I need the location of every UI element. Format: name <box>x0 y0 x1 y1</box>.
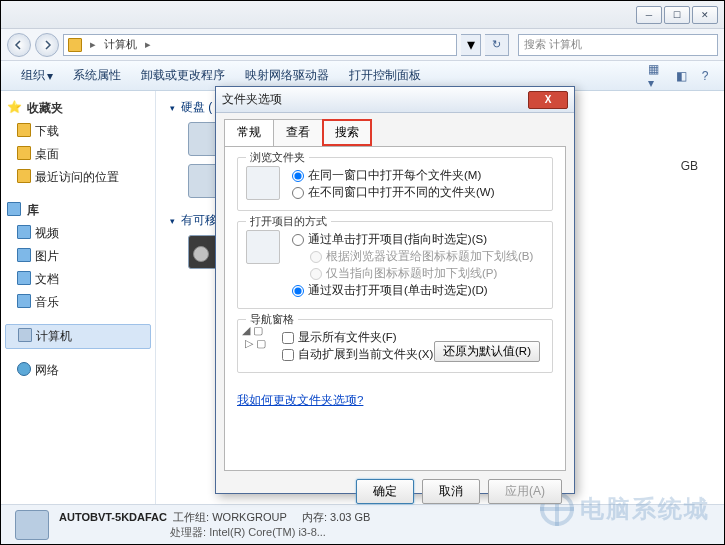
preview-pane-button[interactable]: ◧ <box>672 67 690 85</box>
dialog-body: 浏览文件夹 在同一窗口中打开每个文件夹(M) 在不同窗口中打开不同的文件夹(W)… <box>224 146 566 471</box>
radio-own-window[interactable]: 在不同窗口中打开不同的文件夹(W) <box>292 185 544 200</box>
radio-double-click[interactable]: 通过双击打开项目(单击时选定)(D) <box>292 283 544 298</box>
sidebar-item-computer[interactable]: 计算机 <box>5 324 151 349</box>
group-title: 打开项目的方式 <box>246 214 331 229</box>
radio-underline-hover: 仅当指向图标标题时加下划线(P) <box>292 266 544 281</box>
dialog-title: 文件夹选项 <box>222 91 528 108</box>
tab-view[interactable]: 查看 <box>273 119 323 146</box>
tab-search[interactable]: 搜索 <box>322 119 372 146</box>
dialog-button-row: 确定 取消 应用(A) <box>216 479 574 514</box>
sidebar-item-desktop[interactable]: 桌面 <box>5 143 151 166</box>
refresh-button[interactable]: ↻ <box>485 34 509 56</box>
breadcrumb[interactable]: 计算机 <box>104 37 137 52</box>
restore-defaults-button[interactable]: 还原为默认值(R) <box>434 341 540 362</box>
radio-same-window[interactable]: 在同一窗口中打开每个文件夹(M) <box>292 168 544 183</box>
browse-folders-group: 浏览文件夹 在同一窗口中打开每个文件夹(M) 在不同窗口中打开不同的文件夹(W) <box>237 157 553 211</box>
star-icon: ⭐ <box>7 100 21 114</box>
system-properties-button[interactable]: 系统属性 <box>63 67 131 84</box>
computer-icon <box>15 510 49 540</box>
help-button[interactable]: ? <box>696 67 714 85</box>
collapse-icon: ▾ <box>170 103 175 113</box>
sidebar-item-network[interactable]: 网络 <box>5 359 151 382</box>
nav-pane-group: 导航窗格 ◢ ▢ ▷ ▢ 显示所有文件夹(F) 自动扩展到当前文件夹(X) 还原… <box>237 319 553 373</box>
search-placeholder: 搜索 计算机 <box>524 37 582 52</box>
network-icon <box>17 362 31 376</box>
radio-single-click[interactable]: 通过单击打开项目(指向时选定)(S) <box>292 232 544 247</box>
dialog-close-button[interactable]: X <box>528 91 568 109</box>
cpu-value: Intel(R) Core(TM) i3-8... <box>209 526 326 538</box>
uninstall-programs-button[interactable]: 卸载或更改程序 <box>131 67 235 84</box>
workgroup-label: 工作组: <box>173 511 209 523</box>
click-behavior-group: 打开项目的方式 通过单击打开项目(指向时选定)(S) 根据浏览器设置给图标标题加… <box>237 221 553 309</box>
desktop-icon <box>17 146 31 160</box>
maximize-button[interactable]: ☐ <box>664 6 690 24</box>
browse-folders-icon <box>246 166 280 200</box>
library-icon <box>7 202 21 216</box>
ok-button[interactable]: 确定 <box>356 479 414 504</box>
computer-icon <box>18 328 32 342</box>
navigation-bar: ▸ 计算机 ▸ ▾ ↻ 搜索 计算机 <box>1 29 724 61</box>
open-control-panel-button[interactable]: 打开控制面板 <box>339 67 431 84</box>
libraries-header[interactable]: 库 <box>5 199 151 222</box>
favorites-header[interactable]: ⭐收藏夹 <box>5 97 151 120</box>
video-icon <box>17 225 31 239</box>
dialog-titlebar[interactable]: 文件夹选项 X <box>216 87 574 113</box>
dialog-tabs: 常规 查看 搜索 <box>224 119 566 146</box>
folder-options-dialog: 文件夹选项 X 常规 查看 搜索 浏览文件夹 在同一窗口中打开每个文件夹(M) … <box>215 86 575 494</box>
sidebar-item-recent[interactable]: 最近访问的位置 <box>5 166 151 189</box>
sidebar-item-documents[interactable]: 文档 <box>5 268 151 291</box>
group-title: 浏览文件夹 <box>246 150 309 165</box>
cpu-label: 处理器: <box>170 526 206 538</box>
chevron-right-icon: ▸ <box>145 38 151 51</box>
radio-underline-browser: 根据浏览器设置给图标标题加下划线(B) <box>292 249 544 264</box>
map-network-drive-button[interactable]: 映射网络驱动器 <box>235 67 339 84</box>
sidebar-item-music[interactable]: 音乐 <box>5 291 151 314</box>
search-input[interactable]: 搜索 计算机 <box>518 34 718 56</box>
pc-name: AUTOBVT-5KDAFAC <box>59 511 167 523</box>
sidebar-item-pictures[interactable]: 图片 <box>5 245 151 268</box>
cancel-button[interactable]: 取消 <box>422 479 480 504</box>
tab-general[interactable]: 常规 <box>224 119 274 146</box>
navigation-sidebar: ⭐收藏夹 下载 桌面 最近访问的位置 库 视频 图片 文档 音乐 计算机 网络 <box>1 91 156 506</box>
computer-icon <box>68 38 82 52</box>
chevron-right-icon: ▸ <box>90 38 96 51</box>
folder-icon <box>17 123 31 137</box>
picture-icon <box>17 248 31 262</box>
help-link[interactable]: 我如何更改文件夹选项? <box>237 393 363 408</box>
click-icon <box>246 230 280 264</box>
sidebar-item-downloads[interactable]: 下载 <box>5 120 151 143</box>
music-icon <box>17 294 31 308</box>
view-options-button[interactable]: ▦ ▾ <box>648 67 666 85</box>
address-bar[interactable]: ▸ 计算机 ▸ <box>63 34 457 56</box>
sidebar-item-videos[interactable]: 视频 <box>5 222 151 245</box>
back-button[interactable] <box>7 33 31 57</box>
window-titlebar: ─ ☐ ✕ <box>1 1 724 29</box>
recent-icon <box>17 169 31 183</box>
chevron-down-icon: ▾ <box>47 69 53 83</box>
close-button[interactable]: ✕ <box>692 6 718 24</box>
collapse-icon: ▾ <box>170 216 175 226</box>
minimize-button[interactable]: ─ <box>636 6 662 24</box>
organize-menu[interactable]: 组织 ▾ <box>11 67 63 84</box>
apply-button[interactable]: 应用(A) <box>488 479 562 504</box>
forward-button[interactable] <box>35 33 59 57</box>
tree-icon: ◢ ▢ ▷ ▢ <box>242 324 266 350</box>
storage-unit-label: GB <box>681 159 698 173</box>
document-icon <box>17 271 31 285</box>
address-dropdown[interactable]: ▾ <box>461 34 481 56</box>
